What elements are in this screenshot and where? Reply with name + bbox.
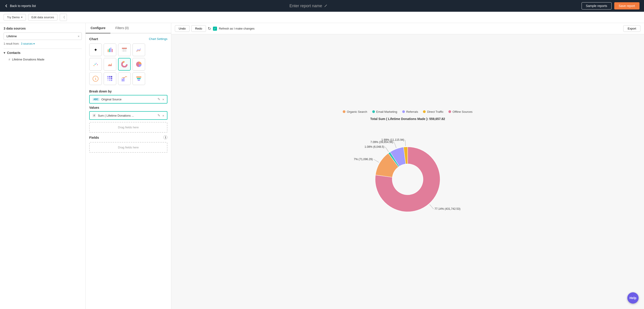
chart-type-number[interactable]: 1: [89, 72, 102, 85]
chart-settings-link[interactable]: Chart Settings: [149, 37, 168, 41]
search-clear-icon[interactable]: ×: [78, 35, 80, 38]
chart-type-magic[interactable]: ✦: [89, 44, 102, 56]
fields-label: Fields: [89, 136, 99, 139]
configure-panel: Configure Filters (0) Chart Chart Settin…: [86, 23, 171, 309]
top-navigation: Back to reports list Enter report name S…: [0, 0, 644, 12]
chart-type-bar[interactable]: [104, 44, 116, 56]
field-lifetime-donations[interactable]: # Lifetime Donations Made: [4, 57, 82, 62]
refresh-label: Refresh as I make changes: [219, 27, 254, 30]
chart-type-area[interactable]: [104, 58, 116, 71]
svg-rect-32: [136, 77, 141, 78]
chart-type-multiline[interactable]: [132, 44, 145, 56]
tab-filters[interactable]: Filters (0): [110, 23, 134, 33]
back-to-reports[interactable]: Back to reports list: [4, 4, 36, 8]
contacts-label: Contacts: [7, 51, 20, 55]
chart-type-scatter[interactable]: [89, 58, 102, 71]
svg-rect-26: [111, 78, 112, 79]
report-name[interactable]: Enter report name: [289, 4, 322, 8]
divider: [4, 49, 82, 49]
sample-reports-button[interactable]: Sample reports: [582, 2, 612, 10]
contacts-section-header[interactable]: ▾ Contacts: [4, 51, 82, 55]
tab-bar: Configure Filters (0): [86, 23, 171, 33]
chart-type-combo[interactable]: [118, 72, 131, 85]
break-down-label: Break down by: [89, 90, 168, 93]
svg-rect-27: [107, 80, 108, 81]
svg-point-10: [95, 64, 96, 65]
search-input[interactable]: [4, 33, 82, 40]
chart-toolbar: Undo Redo ↻ ✓ Refresh as I make changes …: [171, 23, 644, 34]
field-name: Lifetime Donations Made: [12, 58, 44, 61]
chart-main: Organic SearchEmail MarketingReferralsDi…: [171, 34, 644, 309]
segment-label: 1.08% (6,048.5): [364, 145, 384, 148]
svg-rect-24: [107, 78, 108, 79]
legend-item: Direct Traffic: [423, 110, 444, 113]
svg-rect-21: [107, 76, 108, 77]
edit-data-sources-button[interactable]: Edit data sources: [28, 14, 58, 21]
try-demo-button[interactable]: Try Demo ▾: [4, 14, 26, 21]
svg-rect-34: [138, 80, 140, 81]
chart-type-grid: ✦: [89, 44, 168, 85]
refresh-checkbox-wrap: ✓ Refresh as I make changes: [213, 27, 254, 31]
sources-count: 3 data sources: [4, 27, 82, 30]
fields-info-icon[interactable]: ℹ: [163, 135, 168, 139]
edit-values-icon[interactable]: ✎: [158, 113, 160, 118]
edit-breakdown-icon[interactable]: ✎: [158, 97, 160, 101]
svg-rect-25: [109, 78, 110, 79]
main-toolbar: Try Demo ▾ Edit data sources 《: [0, 12, 644, 23]
undo-button[interactable]: Undo: [175, 25, 190, 32]
chart-title: Total Sum ( Lifetime Donations Made ): 5…: [370, 117, 445, 121]
legend-item: Offline Sources: [448, 110, 472, 113]
svg-point-9: [94, 65, 94, 66]
collapse-sidebar-button[interactable]: 《: [60, 14, 67, 21]
chart-type-pie[interactable]: [132, 58, 145, 71]
segment-line: [405, 140, 406, 146]
breakdown-field-name: Original Source: [102, 98, 122, 101]
donut-svg: 77.14% (431,742.53)12.7% (71,096.29)1.08…: [354, 125, 462, 233]
tab-configure[interactable]: Configure: [86, 23, 110, 33]
svg-text:1: 1: [95, 77, 96, 81]
values-actions: ✎ ×: [158, 113, 164, 118]
svg-rect-23: [111, 76, 112, 77]
svg-rect-0: [108, 49, 108, 52]
save-report-button[interactable]: Save report: [614, 2, 640, 10]
caret-down-icon: ▾: [21, 16, 22, 19]
svg-rect-22: [109, 76, 110, 77]
svg-rect-30: [122, 79, 123, 81]
collapse-icon: 《: [62, 15, 65, 20]
donut-chart: 77.14% (431,742.53)12.7% (71,096.29)1.08…: [354, 125, 462, 233]
export-button[interactable]: Export: [623, 25, 640, 32]
hash-icon: #: [8, 58, 10, 61]
remove-values-icon[interactable]: ×: [162, 114, 164, 118]
help-button[interactable]: Help: [627, 292, 638, 303]
values-field-tag: # Sum ( Lifetime Donations ... ✎ ×: [89, 111, 168, 120]
results-info: 1 result from: 3 sources ▾: [4, 42, 82, 45]
svg-rect-33: [137, 78, 140, 79]
chart-section-title: Chart: [89, 37, 98, 41]
redo-button[interactable]: Redo: [191, 25, 206, 32]
svg-rect-4: [122, 48, 127, 49]
svg-rect-28: [109, 80, 110, 81]
values-type-badge: #: [92, 114, 96, 117]
remove-breakdown-icon[interactable]: ×: [162, 97, 164, 101]
chart-type-funnel[interactable]: [132, 72, 145, 85]
segment-label: 12.7% (71,096.29): [354, 157, 373, 161]
svg-point-11: [96, 63, 97, 64]
chart-type-donut[interactable]: [118, 58, 131, 71]
chart-type-heatmap[interactable]: [104, 72, 116, 85]
svg-point-17: [123, 63, 126, 66]
help-label: Help: [630, 296, 636, 300]
sources-link[interactable]: 3 sources ▾: [21, 42, 35, 45]
legend-item: Referrals: [402, 110, 418, 113]
fields-section-title: Fields ℹ: [89, 135, 168, 139]
breakdown-type-badge: ABC: [92, 98, 100, 101]
refresh-icon[interactable]: ↻: [208, 26, 211, 31]
refresh-checkbox[interactable]: ✓: [213, 27, 217, 31]
fields-drag-zone: Drag fields here: [89, 142, 168, 153]
legend-item: Email Marketing: [372, 110, 397, 113]
chart-legend: Organic SearchEmail MarketingReferralsDi…: [343, 110, 472, 113]
values-field-name: Sum ( Lifetime Donations ...: [98, 114, 134, 117]
left-sidebar: 3 data sources × 1 result from: 3 source…: [0, 23, 86, 309]
top-actions: Sample reports Save report: [582, 2, 640, 10]
chart-type-table[interactable]: [118, 44, 131, 56]
try-demo-label: Try Demo: [7, 16, 20, 19]
